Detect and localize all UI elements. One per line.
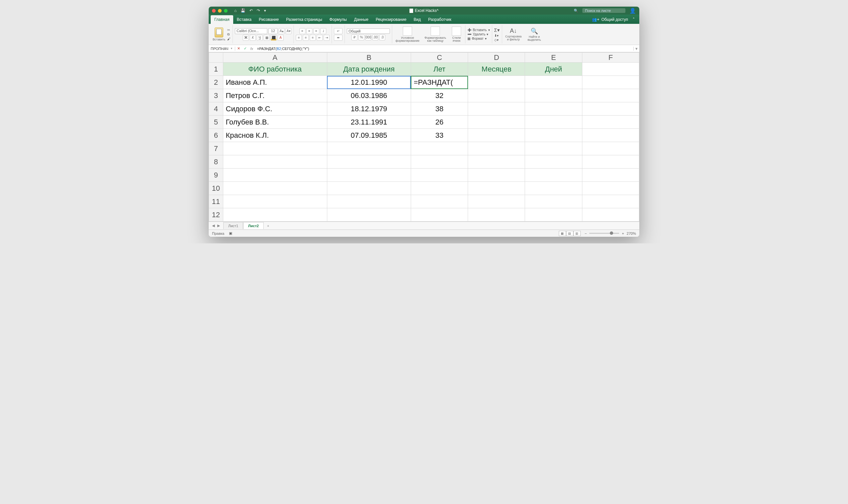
tab-home[interactable]: Главная [211,15,233,24]
indent-increase-icon[interactable]: ⇥ [324,35,330,41]
format-painter-icon[interactable]: 🖌 [227,37,231,41]
cell-C6[interactable]: 33 [411,129,468,142]
cell-C4[interactable]: 38 [411,102,468,115]
sheet-tab-2[interactable]: Лист2 [243,222,264,229]
row-header-9[interactable]: 9 [209,168,223,182]
cell-E2[interactable] [525,76,582,89]
cell-B7[interactable] [327,142,411,155]
currency-icon[interactable]: ₽ [351,34,357,40]
tab-insert[interactable]: Вставка [233,15,255,24]
cell-A7[interactable] [223,142,327,155]
conditional-formatting-button[interactable]: Условное форматирование [394,26,421,42]
cell-A3[interactable]: Петров С.Г. [223,89,327,102]
name-box[interactable]: ПРОПНАЧ▼ [209,47,235,51]
row-header-6[interactable]: 6 [209,129,223,142]
formula-input[interactable]: =РАЗНДАТ(B2;СЕГОДНЯ();"Y") [255,47,633,51]
cell-D4[interactable] [468,102,525,115]
cell-F7[interactable] [582,142,639,155]
user-icon[interactable]: 👤 [629,7,636,14]
cell-E12[interactable] [525,208,582,221]
cell-F3[interactable] [582,89,639,102]
cell-C2[interactable]: =РАЗНДАТ( [411,76,468,89]
cell-F12[interactable] [582,208,639,221]
qat-more-icon[interactable]: ▾ [264,8,266,13]
expand-formula-bar-icon[interactable]: ▼ [633,47,639,51]
cell-D12[interactable] [468,208,525,221]
tab-review[interactable]: Рецензирование [372,15,410,24]
undo-icon[interactable]: ↶ [249,8,253,13]
fill-icon[interactable]: ⬇▾ [494,34,500,37]
row-header-7[interactable]: 7 [209,142,223,155]
cell-E7[interactable] [525,142,582,155]
worksheet-grid[interactable]: A B C D E F 1 ФИО работника Дата рождени… [209,52,639,221]
tab-developer[interactable]: Разработчик [425,15,455,24]
decrease-decimal-icon[interactable]: .0 [379,34,385,40]
increase-decimal-icon[interactable]: .00 [372,34,378,40]
cell-E8[interactable] [525,155,582,168]
cell-A6[interactable]: Краснов К.Л. [223,129,327,142]
tab-page-layout[interactable]: Разметка страницы [283,15,326,24]
insert-function-button[interactable]: fx [248,47,255,51]
zoom-window-button[interactable] [224,9,228,13]
increase-font-icon[interactable]: A▴ [279,28,285,34]
cell-D6[interactable] [468,129,525,142]
font-color-button[interactable]: A [278,35,284,41]
cell-B5[interactable]: 23.11.1991 [327,115,411,129]
number-format-select[interactable]: Общий [347,29,390,34]
cell-F11[interactable] [582,195,639,208]
cell-E9[interactable] [525,168,582,182]
cell-B9[interactable] [327,168,411,182]
sheet-next-icon[interactable]: ▶ [216,223,221,228]
view-page-break-button[interactable]: ▥ [573,231,581,236]
row-header-5[interactable]: 5 [209,115,223,129]
cell-C10[interactable] [411,182,468,195]
autosum-icon[interactable]: Σ▾ [494,27,500,33]
cell-C9[interactable] [411,168,468,182]
collapse-ribbon-icon[interactable]: ˄ [633,17,635,22]
cell-A1[interactable]: ФИО работника [223,62,327,76]
macro-record-icon[interactable]: ▣ [229,231,232,235]
clear-icon[interactable]: ◇▾ [494,38,500,42]
select-all-corner[interactable] [209,53,223,62]
cell-C7[interactable] [411,142,468,155]
cell-E5[interactable] [525,115,582,129]
cell-A10[interactable] [223,182,327,195]
sheet-tab-1[interactable]: Лист1 [223,222,243,229]
cell-B12[interactable] [327,208,411,221]
find-select-button[interactable]: 🔍 Найти и выделить [526,28,543,41]
cell-C5[interactable]: 26 [411,115,468,129]
comma-icon[interactable]: 000 [365,34,371,40]
cancel-formula-button[interactable]: ✕ [235,47,242,51]
wrap-text-icon[interactable]: ↵ [334,28,342,34]
tab-data[interactable]: Данные [351,15,372,24]
cell-A4[interactable]: Сидоров Ф.С. [223,102,327,115]
row-header-2[interactable]: 2 [209,76,223,89]
cell-A12[interactable] [223,208,327,221]
row-header-3[interactable]: 3 [209,89,223,102]
cell-C8[interactable] [411,155,468,168]
delete-cells-button[interactable]: ➖Удалить ▾ [467,33,490,36]
paste-button[interactable]: Вставить [213,28,225,41]
cell-E1[interactable]: Дней [525,62,582,76]
row-header-12[interactable]: 12 [209,208,223,221]
cell-F9[interactable] [582,168,639,182]
cell-C1[interactable]: Лет [411,62,468,76]
cell-C11[interactable] [411,195,468,208]
cell-D1[interactable]: Месяцев [468,62,525,76]
cell-A9[interactable] [223,168,327,182]
cell-E11[interactable] [525,195,582,208]
align-top-icon[interactable]: ≡ [299,28,305,34]
cell-F6[interactable] [582,129,639,142]
bold-button[interactable]: Ж [243,35,249,41]
cell-D11[interactable] [468,195,525,208]
row-header-4[interactable]: 4 [209,102,223,115]
sort-filter-button[interactable]: A↓ Сортировка и фильтр [504,28,523,41]
view-page-layout-button[interactable]: ▤ [566,231,573,236]
share-button[interactable]: 👥+ Общий доступ ˄ [587,15,639,24]
align-middle-icon[interactable]: ≡ [306,28,312,34]
row-header-1[interactable]: 1 [209,62,223,76]
percent-icon[interactable]: % [358,34,364,40]
align-bottom-icon[interactable]: ≡ [313,28,319,34]
col-header-A[interactable]: A [223,53,327,62]
col-header-C[interactable]: C [411,53,468,62]
